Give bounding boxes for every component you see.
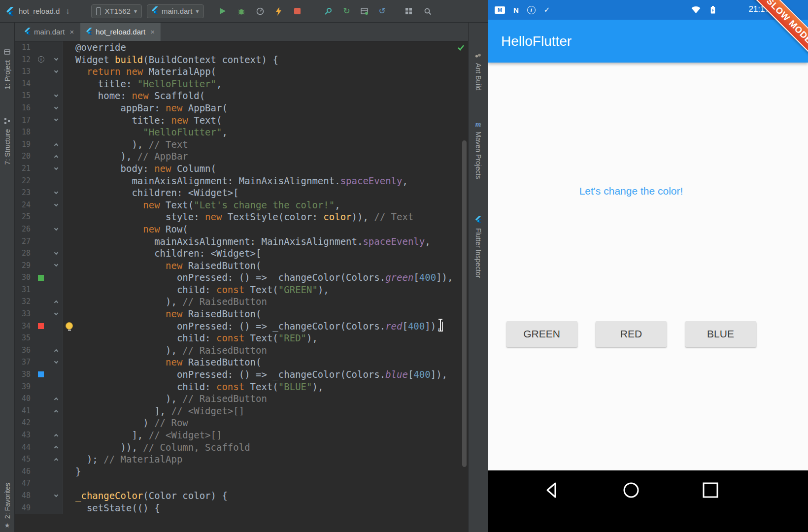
code-line[interactable]: 41], // <Widget>[] xyxy=(15,405,468,417)
code-text[interactable]: ), // RaisedButton xyxy=(63,296,468,308)
code-text[interactable]: new RaisedButton( xyxy=(63,308,468,320)
line-number[interactable]: 33 xyxy=(15,308,32,320)
code-text[interactable]: ), // RaisedButton xyxy=(63,344,468,357)
code-line[interactable]: 39child: const Text("BLUE"), xyxy=(15,381,468,393)
code-text[interactable]: title: "HelloFlutter", xyxy=(63,78,468,90)
profile-button[interactable] xyxy=(254,5,266,17)
code-line[interactable]: 32), // RaisedButton xyxy=(15,296,468,308)
code-text[interactable]: onPressed: () => _changeColor(Colors.red… xyxy=(63,320,468,332)
home-nav-icon[interactable] xyxy=(621,480,641,502)
code-text[interactable]: onPressed: () => _changeColor(Colors.blu… xyxy=(63,368,468,381)
line-number[interactable]: 34 xyxy=(15,320,32,332)
code-text[interactable]: setState(() { xyxy=(63,502,468,514)
fold-icon[interactable] xyxy=(54,117,58,121)
line-number[interactable]: 17 xyxy=(15,114,32,127)
grid-icon[interactable] xyxy=(403,5,415,17)
device-selector[interactable]: XT1562 ▾ xyxy=(91,4,142,18)
line-number[interactable]: 30 xyxy=(15,271,32,284)
fold-icon[interactable] xyxy=(54,409,58,413)
code-line[interactable]: 21body: new Column( xyxy=(15,163,468,175)
fold-icon[interactable] xyxy=(54,360,58,364)
color-swatch-green-icon[interactable] xyxy=(38,275,44,281)
flutter-attach-icon[interactable] xyxy=(322,5,334,17)
color-swatch-red-icon[interactable] xyxy=(38,323,44,329)
code-line[interactable]: 30onPressed: () => _changeColor(Colors.g… xyxy=(15,271,468,284)
code-line[interactable]: 19), // Text xyxy=(15,138,468,151)
line-number[interactable]: 35 xyxy=(15,332,32,344)
code-text[interactable]: mainAxisAlignment: MainAxisAlignment.spa… xyxy=(63,175,468,187)
fold-icon[interactable] xyxy=(54,57,58,61)
line-number[interactable]: 39 xyxy=(15,381,32,393)
code-line[interactable]: 12↑Widget build(BuildContext context) { xyxy=(15,54,468,66)
fold-icon[interactable] xyxy=(54,143,58,147)
code-text[interactable]: body: new Column( xyxy=(63,163,468,175)
line-number[interactable]: 49 xyxy=(15,502,32,514)
sidebar-item-project[interactable]: 1: Project xyxy=(0,48,14,89)
code-text[interactable]: ), // AppBar xyxy=(63,150,468,163)
code-line[interactable]: 47 xyxy=(15,477,468,490)
line-number[interactable]: 41 xyxy=(15,405,32,417)
code-line[interactable]: 15home: new Scaffold( xyxy=(15,90,468,102)
project-selector[interactable]: hot_reload.d xyxy=(19,7,60,15)
code-text[interactable]: ); // MaterialApp xyxy=(63,453,468,466)
fold-icon[interactable] xyxy=(54,202,58,206)
debug-button[interactable] xyxy=(236,5,247,17)
line-number[interactable]: 11 xyxy=(15,41,32,54)
line-number[interactable]: 40 xyxy=(15,393,32,405)
line-number[interactable]: 22 xyxy=(15,175,32,187)
code-text[interactable]: new Row( xyxy=(63,223,468,235)
fold-icon[interactable] xyxy=(54,93,58,97)
line-number[interactable]: 16 xyxy=(15,102,32,114)
close-icon[interactable]: × xyxy=(70,28,74,36)
line-number[interactable]: 43 xyxy=(15,429,32,441)
code-line[interactable]: 18"HelloFlutter", xyxy=(15,126,468,138)
vcs-update-icon[interactable]: ↓ xyxy=(62,5,73,17)
back-nav-icon[interactable] xyxy=(542,480,562,502)
code-text[interactable]: @override xyxy=(63,41,468,54)
recents-nav-icon[interactable] xyxy=(701,480,720,502)
line-number[interactable]: 12 xyxy=(15,54,32,66)
fold-icon[interactable] xyxy=(54,69,58,73)
hot-restart-icon[interactable]: ↻ xyxy=(341,5,353,17)
code-line[interactable]: 35child: const Text("RED"), xyxy=(15,332,468,344)
line-number[interactable]: 48 xyxy=(15,490,32,502)
line-number[interactable]: 38 xyxy=(15,368,32,381)
code-line[interactable]: 43], // <Widget>[] xyxy=(15,429,468,441)
sidebar-item-maven-projects[interactable]: m Maven Projects xyxy=(469,120,488,179)
code-line[interactable]: 13return new MaterialApp( xyxy=(15,66,468,78)
code-line[interactable]: 16appBar: new AppBar( xyxy=(15,102,468,114)
line-number[interactable]: 36 xyxy=(15,344,32,357)
fold-icon[interactable] xyxy=(54,493,58,497)
code-line[interactable]: 23children: <Widget>[ xyxy=(15,187,468,199)
code-editor[interactable]: 11@override12↑Widget build(BuildContext … xyxy=(15,41,468,532)
fold-icon[interactable] xyxy=(54,311,58,315)
fold-icon[interactable] xyxy=(54,155,58,159)
code-line[interactable]: 45); // MaterialApp xyxy=(15,453,468,466)
code-line[interactable]: 28children: <Widget>[ xyxy=(15,247,468,260)
hot-reload-button[interactable] xyxy=(273,5,285,17)
sidebar-item-flutter-inspector[interactable]: Flutter Inspector xyxy=(469,216,488,278)
override-method-icon[interactable]: ↑ xyxy=(38,56,44,63)
code-line[interactable]: 42) // Row xyxy=(15,417,468,429)
code-text[interactable]: children: <Widget>[ xyxy=(63,247,468,260)
line-number[interactable]: 31 xyxy=(15,284,32,296)
code-text[interactable]: onPressed: () => _changeColor(Colors.gre… xyxy=(63,271,468,284)
code-text[interactable]: new RaisedButton( xyxy=(63,356,468,368)
code-line[interactable]: 34onPressed: () => _changeColor(Colors.r… xyxy=(15,320,468,332)
fold-icon[interactable] xyxy=(54,434,58,438)
code-line[interactable]: 27mainAxisAlignment: MainAxisAlignment.s… xyxy=(15,235,468,248)
color-swatch-blue-icon[interactable] xyxy=(38,371,44,377)
code-text[interactable]: child: const Text("BLUE"), xyxy=(63,381,468,393)
line-number[interactable]: 21 xyxy=(15,163,32,175)
line-number[interactable]: 45 xyxy=(15,453,32,466)
fold-icon[interactable] xyxy=(54,226,58,230)
code-line[interactable]: 44)), // Column, Scaffold xyxy=(15,441,468,454)
sidebar-item-ant-build[interactable]: Ant Build xyxy=(469,51,488,91)
rollback-icon[interactable]: ↺ xyxy=(376,5,388,17)
fold-icon[interactable] xyxy=(54,458,58,462)
code-line[interactable]: 48_changeColor(Color color) { xyxy=(15,490,468,502)
fold-icon[interactable] xyxy=(54,105,58,109)
run-button[interactable] xyxy=(217,5,229,17)
window-layout-icon[interactable] xyxy=(359,5,370,17)
code-text[interactable]: title: new Text( xyxy=(63,114,468,127)
